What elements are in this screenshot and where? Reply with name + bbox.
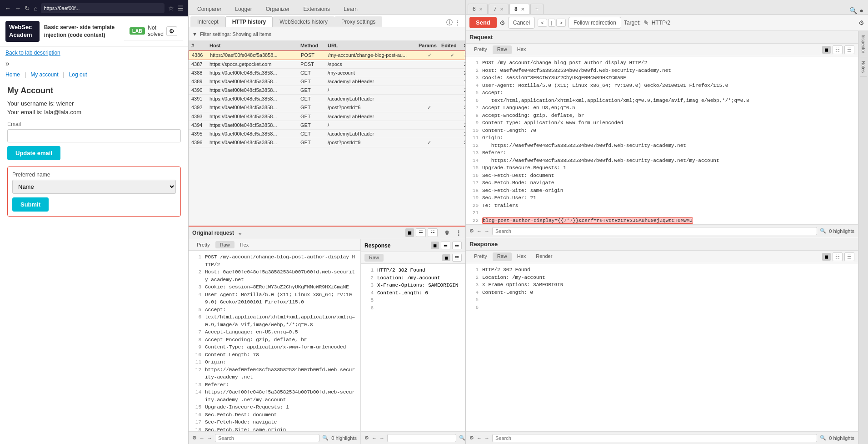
settings-icon-right[interactable]: ⚙ xyxy=(858,19,864,26)
view-btn-3[interactable]: ☰ xyxy=(844,45,854,54)
right-search-icon[interactable]: 🔍 xyxy=(849,7,857,14)
submit-button[interactable]: Submit xyxy=(12,197,49,212)
help-icon[interactable]: ⓘ xyxy=(446,19,453,27)
resp-forward-arrow[interactable]: → xyxy=(379,435,384,441)
close-tab-6[interactable]: ✕ xyxy=(479,7,483,12)
send-button[interactable]: Send xyxy=(469,17,497,28)
close-tab-8[interactable]: ✕ xyxy=(521,7,524,12)
view-btn-1[interactable]: ◼ xyxy=(822,46,831,54)
right-search-input[interactable] xyxy=(492,227,817,235)
edit-target-icon[interactable]: ✎ xyxy=(644,19,649,26)
url-bar[interactable] xyxy=(41,3,165,13)
rtab-resp-raw[interactable]: Raw xyxy=(493,252,512,261)
right-tab-7[interactable]: 7 ✕ xyxy=(489,4,509,14)
follow-redirect-button[interactable]: Follow redirection xyxy=(569,17,621,29)
resp-view-b[interactable]: ☷ xyxy=(452,254,462,262)
view-btn-2[interactable]: ☷ xyxy=(833,45,843,54)
back-icon[interactable]: ← xyxy=(5,5,11,12)
response-search-input[interactable] xyxy=(387,434,456,442)
resp-view-1[interactable]: ◼ xyxy=(431,242,439,249)
subtab-raw[interactable]: Raw xyxy=(215,241,234,248)
resp-search-icon[interactable]: 🔍 xyxy=(459,435,465,441)
right-tab-8[interactable]: 8 ✕ xyxy=(509,4,529,14)
notes-tab[interactable]: Notes xyxy=(860,57,867,77)
right-settings-icon[interactable]: ⚙ xyxy=(469,228,474,234)
rtab-resp-hex[interactable]: Hex xyxy=(513,252,531,261)
tab-learn[interactable]: Learn xyxy=(337,4,364,14)
table-row[interactable]: 4392 https://0aef00fe048cf5a3858... GET … xyxy=(189,103,465,112)
gear-icon[interactable]: ⚙ xyxy=(499,19,505,26)
preferred-name-select[interactable]: Name xyxy=(12,180,176,194)
table-row[interactable]: 4394 https://0aef00fe048cf5a3858... GET … xyxy=(189,121,465,130)
resp-view-btn-1[interactable]: ◼ xyxy=(822,253,831,261)
nav-arrow[interactable]: » xyxy=(0,59,188,69)
resp-view-3[interactable]: ☷ xyxy=(452,242,462,249)
resp-search-glass-r[interactable]: 🔍 xyxy=(820,435,826,441)
rtab-resp-pretty[interactable]: Pretty xyxy=(469,252,492,261)
nav-my-account[interactable]: My account xyxy=(30,71,58,78)
tab-extensions[interactable]: Extensions xyxy=(296,4,337,14)
lab-settings-btn[interactable]: ⚙ xyxy=(166,26,177,36)
subtab-pretty[interactable]: Pretty xyxy=(192,241,215,248)
view-icon-2[interactable]: ☰ xyxy=(416,228,426,237)
right-more-icon[interactable]: ● xyxy=(860,7,863,14)
right-response-search-input[interactable] xyxy=(492,434,817,442)
nav-log-out[interactable]: Log out xyxy=(69,71,87,78)
inspector-icon[interactable]: ⚛ xyxy=(444,229,450,237)
resp-view-a[interactable]: ◼ xyxy=(442,254,450,261)
forward-arrow[interactable]: → xyxy=(207,435,212,441)
subtab-proxy-settings[interactable]: Proxy settings xyxy=(334,16,382,27)
subtab-http-history[interactable]: HTTP history xyxy=(225,16,273,27)
table-row[interactable]: 4391 https://0aef00fe048cf5a3858... GET … xyxy=(189,95,465,103)
more-icon[interactable]: ⋮ xyxy=(454,19,461,26)
right-back-icon[interactable]: ← xyxy=(477,228,482,234)
back-arrow[interactable]: ← xyxy=(200,435,205,441)
resp-view-btn-3[interactable]: ☰ xyxy=(844,252,854,261)
search-icon[interactable]: 🔍 xyxy=(322,435,329,441)
resp-back-arrow[interactable]: ← xyxy=(372,435,377,441)
nav-next[interactable]: > xyxy=(556,19,565,27)
table-row[interactable]: 4389 https://0aef00fe048cf5a3858... GET … xyxy=(189,77,465,86)
settings-icon[interactable]: ⚙ xyxy=(192,435,197,441)
home-icon[interactable]: ⌂ xyxy=(34,5,37,12)
rtab-resp-render[interactable]: Render xyxy=(531,252,557,261)
menu-icon[interactable]: ☰ xyxy=(178,5,184,12)
collapse-chevron[interactable]: ⌄ xyxy=(238,230,242,236)
right-tab-6[interactable]: 6 ✕ xyxy=(468,4,488,14)
rtab-hex[interactable]: Hex xyxy=(513,45,531,54)
tab-organizer[interactable]: Organizer xyxy=(259,4,297,14)
tab-logger[interactable]: Logger xyxy=(228,4,259,14)
table-row[interactable]: 4396 https://0aef00fe048cf5a3858... GET … xyxy=(189,138,465,147)
view-icon-1[interactable]: ◼ xyxy=(405,228,414,237)
resp-view-2[interactable]: ☰ xyxy=(441,242,450,249)
email-input[interactable] xyxy=(7,129,181,142)
bookmark-icon[interactable]: ☆ xyxy=(168,5,174,12)
new-tab-btn[interactable]: + xyxy=(530,4,544,14)
rtab-raw[interactable]: Raw xyxy=(493,45,512,54)
table-row[interactable]: 4395 https://0aef00fe048cf5a3858... GET … xyxy=(189,130,465,138)
reload-icon[interactable]: ↻ xyxy=(25,5,30,12)
close-tab-7[interactable]: ✕ xyxy=(500,7,504,12)
table-row[interactable]: 4387 https://spocs.getpocket.com POST /s… xyxy=(189,60,465,69)
resp-settings-icon-r[interactable]: ⚙ xyxy=(469,435,474,441)
inspector-tab[interactable]: Inspector xyxy=(860,31,867,57)
rtab-pretty[interactable]: Pretty xyxy=(469,45,492,54)
resp-subtab-raw[interactable]: Raw xyxy=(364,254,384,262)
cancel-button[interactable]: Cancel xyxy=(508,17,535,29)
tab-comparer[interactable]: Comparer xyxy=(190,4,228,14)
request-search-input[interactable] xyxy=(215,434,319,442)
table-row[interactable]: 4388 https://0aef00fe048cf5a3858... GET … xyxy=(189,69,465,77)
resp-back-icon-r[interactable]: ← xyxy=(477,435,482,441)
forward-icon[interactable]: → xyxy=(15,5,21,12)
subtab-intercept[interactable]: Intercept xyxy=(190,16,225,27)
resp-fwd-icon-r[interactable]: → xyxy=(484,435,489,441)
table-row[interactable]: 4386 https://0aef00fe048cf5a3858... POST… xyxy=(189,50,465,60)
subtab-hex[interactable]: Hex xyxy=(235,241,254,248)
table-row[interactable]: 4393 https://0aef00fe048cf5a3858... GET … xyxy=(189,112,465,121)
subtab-websockets[interactable]: WebSockets history xyxy=(273,16,334,27)
right-search-glass[interactable]: 🔍 xyxy=(820,228,826,234)
resp-settings-icon[interactable]: ⚙ xyxy=(364,435,369,441)
view-icon-3[interactable]: ☷ xyxy=(428,228,438,237)
right-fwd-icon[interactable]: → xyxy=(484,228,489,234)
nav-home[interactable]: Home xyxy=(5,71,20,78)
